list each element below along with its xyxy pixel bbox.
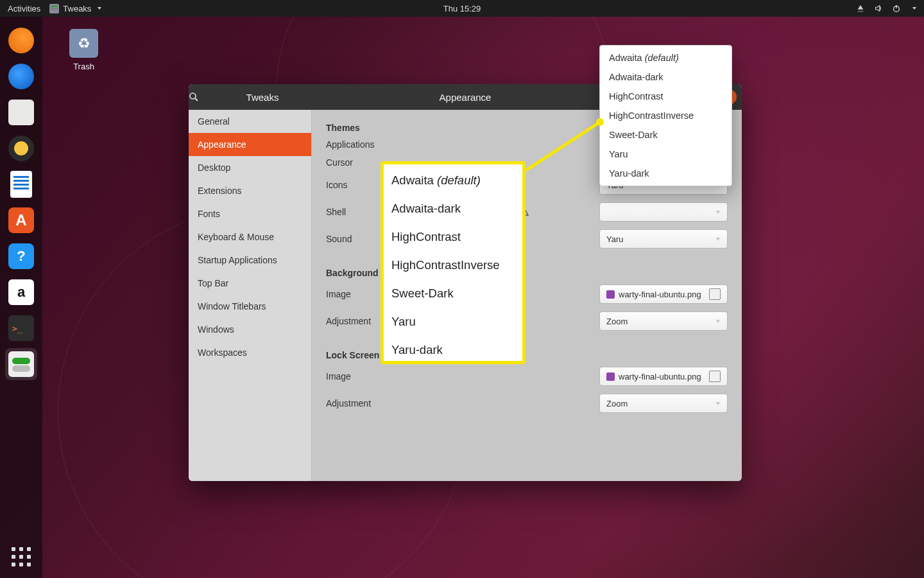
dock-item-amazon[interactable]: a xyxy=(5,276,37,308)
applications-label: Applications xyxy=(326,139,454,150)
desktop-trash[interactable]: ♻ Trash xyxy=(69,29,98,71)
terminal-icon: >_ xyxy=(8,315,34,341)
ls-adjustment-combo[interactable]: Zoom xyxy=(599,394,728,413)
dropdown-item-adwaita-dark[interactable]: Adwaita-dark xyxy=(600,67,732,87)
dock-item-firefox[interactable] xyxy=(5,24,37,57)
dock-item-terminal[interactable]: >_ xyxy=(5,312,37,344)
callout-item: Adwaita (default) xyxy=(391,173,515,188)
bg-adjustment-value: Zoom xyxy=(606,317,628,326)
sidebar-item-general[interactable]: General xyxy=(189,110,311,133)
amazon-icon: a xyxy=(8,279,34,305)
dock-item-rhythmbox[interactable] xyxy=(5,132,37,164)
svg-line-3 xyxy=(195,98,198,101)
chevron-down-icon xyxy=(715,320,721,323)
callout-item: Sweet-Dark xyxy=(391,286,515,301)
app-menu[interactable]: Tweaks xyxy=(49,4,101,13)
dropdown-item-yaru-dark[interactable]: Yaru-dark xyxy=(600,164,732,183)
ls-image-label: Image xyxy=(326,371,454,381)
sound-combo-value: Yaru xyxy=(606,234,624,244)
sidebar-item-fonts[interactable]: Fonts xyxy=(189,202,311,225)
dropdown-item-sweet-dark[interactable]: Sweet-Dark xyxy=(600,125,732,144)
dock-item-thunderbird[interactable] xyxy=(5,60,37,92)
show-applications-button[interactable] xyxy=(0,547,42,566)
chevron-down-icon xyxy=(715,238,721,241)
help-icon: ? xyxy=(8,243,34,269)
dropdown-item-highcontrast[interactable]: HighContrast xyxy=(600,87,732,106)
tweaks-menu-icon xyxy=(49,4,59,13)
trash-label: Trash xyxy=(69,62,98,71)
sidebar-item-keyboard-mouse[interactable]: Keyboard & Mouse xyxy=(189,225,311,249)
files-icon xyxy=(8,100,34,125)
sidebar-item-top-bar[interactable]: Top Bar xyxy=(189,272,311,295)
titlebar-main-title: Appearance xyxy=(440,92,492,103)
dock: A ? a >_ xyxy=(0,17,42,578)
shell-combo[interactable] xyxy=(599,202,728,222)
dock-item-help[interactable]: ? xyxy=(5,240,37,272)
dock-item-software[interactable]: A xyxy=(5,204,37,236)
trash-icon: ♻ xyxy=(69,29,98,58)
thunderbird-icon xyxy=(8,64,34,89)
volume-icon[interactable] xyxy=(874,4,883,13)
ls-image-button[interactable]: warty-final-ubuntu.png xyxy=(599,367,728,386)
chevron-down-icon xyxy=(715,402,721,405)
search-icon xyxy=(189,92,199,102)
ls-adjustment-label: Adjustment xyxy=(326,398,454,408)
callout-highlight: Adwaita (default) Adwaita-dark HighContr… xyxy=(381,161,526,364)
sidebar: General Appearance Desktop Extensions Fo… xyxy=(189,110,312,481)
bg-image-button[interactable]: warty-final-ubuntu.png xyxy=(599,285,728,304)
applications-dropdown: Adwaita (default) Adwaita-dark HighContr… xyxy=(599,45,732,186)
sidebar-item-appearance[interactable]: Appearance xyxy=(189,133,311,156)
sidebar-item-startup-applications[interactable]: Startup Applications xyxy=(189,249,311,272)
dropdown-item-yaru[interactable]: Yaru xyxy=(600,144,732,164)
dock-item-files[interactable] xyxy=(5,96,37,128)
system-menu-chevron-icon[interactable] xyxy=(912,7,916,10)
tweaks-icon xyxy=(8,351,34,377)
activities-button[interactable]: Activities xyxy=(8,4,40,13)
top-bar: Activities Tweaks Thu 15:29 xyxy=(0,0,924,17)
callout-item: Yaru-dark xyxy=(391,343,515,357)
ls-image-value: warty-final-ubuntu.png xyxy=(619,372,701,381)
svg-rect-1 xyxy=(896,5,896,8)
search-button[interactable] xyxy=(189,92,214,102)
firefox-icon xyxy=(8,28,34,53)
callout-item: HighContrastInverse xyxy=(391,258,515,272)
writer-icon xyxy=(10,171,32,198)
file-browse-icon xyxy=(709,371,721,382)
clock[interactable]: Thu 15:29 xyxy=(443,4,481,13)
bg-adjustment-combo[interactable]: Zoom xyxy=(599,311,728,331)
chevron-down-icon xyxy=(715,211,721,214)
chevron-down-icon xyxy=(98,7,101,10)
dropdown-item-adwaita[interactable]: Adwaita (default) xyxy=(600,48,732,67)
image-file-icon xyxy=(606,372,615,381)
ls-adjustment-value: Zoom xyxy=(606,399,628,408)
titlebar-sidebar-title: Tweaks xyxy=(214,92,311,103)
image-file-icon xyxy=(606,290,615,299)
software-icon: A xyxy=(8,207,34,233)
bg-image-value: warty-final-ubuntu.png xyxy=(619,290,701,299)
rhythmbox-icon xyxy=(8,136,34,161)
dock-item-writer[interactable] xyxy=(5,168,37,200)
network-icon[interactable] xyxy=(856,4,865,13)
sidebar-item-windows[interactable]: Windows xyxy=(189,318,311,341)
sidebar-item-workspaces[interactable]: Workspaces xyxy=(189,341,311,364)
sidebar-item-desktop[interactable]: Desktop xyxy=(189,156,311,179)
sound-combo[interactable]: Yaru xyxy=(599,229,728,249)
app-menu-label: Tweaks xyxy=(63,4,91,13)
callout-item: Yaru xyxy=(391,315,515,329)
sidebar-item-window-titlebars[interactable]: Window Titlebars xyxy=(189,295,311,318)
callout-item: HighContrast xyxy=(391,230,515,244)
power-icon[interactable] xyxy=(892,4,901,13)
svg-point-2 xyxy=(190,93,196,99)
callout-item: Adwaita-dark xyxy=(391,202,515,216)
file-browse-icon xyxy=(709,288,721,300)
sidebar-item-extensions[interactable]: Extensions xyxy=(189,179,311,202)
dock-item-tweaks[interactable] xyxy=(5,348,37,380)
dropdown-item-highcontrastinverse[interactable]: HighContrastInverse xyxy=(600,106,732,125)
